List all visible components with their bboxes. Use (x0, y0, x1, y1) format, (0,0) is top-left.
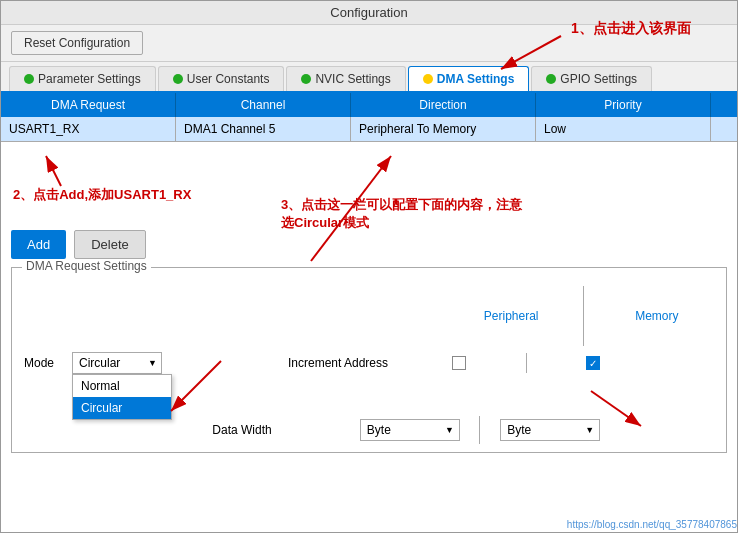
divider3 (479, 416, 480, 444)
tab-dot-dma (423, 74, 433, 84)
reset-configuration-button[interactable]: Reset Configuration (11, 31, 143, 55)
tab-nvic-settings[interactable]: NVIC Settings (286, 66, 405, 91)
title-bar: Configuration (1, 1, 737, 25)
table-header: DMA Request Channel Direction Priority (1, 93, 737, 117)
tab-dot-nvic (301, 74, 311, 84)
data-width-row: Data Width Byte Byte (24, 416, 714, 444)
toolbar: Reset Configuration (1, 25, 737, 62)
mode-dropdown[interactable]: Normal Circular (72, 374, 172, 420)
peripheral-width-select[interactable]: Byte (360, 419, 460, 441)
mode-select[interactable]: Circular (72, 352, 162, 374)
increment-label: Increment Address (288, 356, 388, 370)
mode-select-wrapper[interactable]: Circular Normal Circular (72, 352, 162, 374)
memory-width-select[interactable]: Byte (500, 419, 600, 441)
tab-user-constants[interactable]: User Constants (158, 66, 285, 91)
peripheral-checkbox-cell[interactable] (399, 356, 519, 370)
memory-width-wrapper[interactable]: Byte (500, 419, 600, 441)
col-priority: Priority (536, 93, 711, 117)
tab-parameter-settings[interactable]: Parameter Settings (9, 66, 156, 91)
tab-dot-gpio (546, 74, 556, 84)
peripheral-label: Peripheral (461, 309, 561, 323)
table-row[interactable]: USART1_RX DMA1 Channel 5 Peripheral To M… (1, 117, 737, 142)
col-direction: Direction (351, 93, 536, 117)
memory-checkbox-cell[interactable]: ✓ (533, 356, 653, 370)
delete-button[interactable]: Delete (74, 230, 146, 259)
divider2 (526, 353, 527, 373)
window-title: Configuration (330, 5, 407, 20)
cell-dma-request: USART1_RX (1, 117, 176, 141)
col-channel: Channel (176, 93, 351, 117)
cell-direction: Peripheral To Memory (351, 117, 536, 141)
main-window: Configuration Reset Configuration Parame… (0, 0, 738, 533)
memory-checkbox[interactable]: ✓ (586, 356, 600, 370)
content-area: DMA Request Channel Direction Priority U… (1, 93, 737, 532)
watermark: https://blog.csdn.net/qq_35778407865 (567, 519, 737, 530)
add-button[interactable]: Add (11, 230, 66, 259)
data-width-label: Data Width (142, 423, 342, 437)
tabs-row: Parameter Settings User Constants NVIC S… (1, 62, 737, 93)
tab-gpio-settings[interactable]: GPIO Settings (531, 66, 652, 91)
col-dma-request: DMA Request (1, 93, 176, 117)
peripheral-checkbox[interactable] (452, 356, 466, 370)
mode-row: Mode Circular Normal Circular Increme (24, 352, 714, 374)
divider-peripheral-memory (583, 286, 584, 346)
dma-settings-label: DMA Request Settings (22, 259, 151, 273)
mode-label-text: Mode (24, 356, 64, 370)
tab-dot-parameter (24, 74, 34, 84)
dropdown-item-circular[interactable]: Circular (73, 397, 171, 419)
dropdown-item-normal[interactable]: Normal (73, 375, 171, 397)
memory-label: Memory (607, 309, 707, 323)
dma-settings-box: DMA Request Settings Peripheral Memory M… (11, 267, 727, 453)
tab-dma-settings[interactable]: DMA Settings (408, 66, 530, 91)
cell-priority: Low (536, 117, 711, 141)
tab-dot-user (173, 74, 183, 84)
cell-channel: DMA1 Channel 5 (176, 117, 351, 141)
settings-inner: Peripheral Memory Mode Circular Nor (24, 276, 714, 444)
peripheral-width-wrapper[interactable]: Byte (360, 419, 460, 441)
